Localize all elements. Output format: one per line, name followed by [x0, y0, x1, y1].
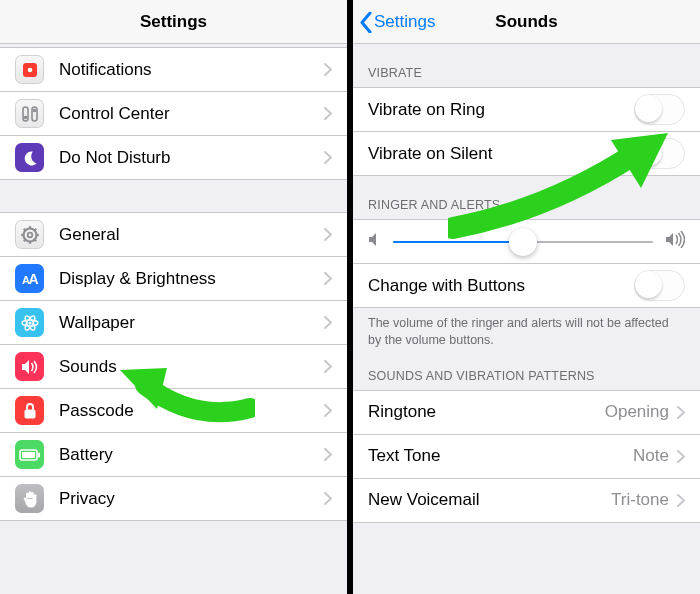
notifications-icon [15, 55, 44, 84]
slider-thumb[interactable] [509, 228, 537, 256]
toggle-vibrate-on-ring[interactable] [634, 94, 685, 125]
row-label: Notifications [59, 60, 324, 80]
row-value: Opening [605, 402, 669, 422]
row-new-voicemail[interactable]: New VoicemailTri-tone [353, 479, 700, 523]
svg-line-15 [34, 228, 36, 230]
AA-icon: AA [15, 264, 44, 293]
vibrate-group: Vibrate on RingVibrate on Silent [353, 87, 700, 176]
svg-line-11 [23, 239, 25, 241]
nav-back-button[interactable]: Settings [359, 0, 435, 44]
group-header-vibrate: Vibrate [353, 44, 700, 87]
chevron-right-icon [324, 151, 332, 164]
row-label: Vibrate on Ring [368, 100, 634, 120]
speaker-icon [15, 352, 44, 381]
chevron-right-icon [324, 107, 332, 120]
sounds-pane: Settings Sounds Vibrate Vibrate on RingV… [353, 0, 700, 594]
speaker-low-icon [368, 232, 381, 251]
settings-row-sounds[interactable]: Sounds [0, 345, 347, 389]
svg-point-5 [32, 108, 36, 112]
gear-icon [15, 220, 44, 249]
ringer-group: Change with Buttons [353, 219, 700, 308]
chevron-right-icon [324, 492, 332, 505]
row-label: Privacy [59, 489, 324, 509]
atom-icon [15, 308, 44, 337]
svg-rect-23 [38, 452, 40, 457]
chevron-right-icon [324, 316, 332, 329]
volume-slider[interactable] [393, 241, 653, 243]
chevron-right-icon [324, 448, 332, 461]
settings-group-1: NotificationsControl CenterDo Not Distur… [0, 47, 347, 180]
control-center-icon [15, 99, 44, 128]
chevron-right-icon [677, 406, 685, 419]
nav-title: Sounds [495, 12, 557, 32]
settings-row-privacy[interactable]: Privacy [0, 477, 347, 521]
group-header-patterns: Sounds and Vibration Patterns [353, 357, 700, 390]
row-label: Control Center [59, 104, 324, 124]
hand-icon [15, 484, 44, 513]
row-value: Note [633, 446, 669, 466]
settings-row-passcode[interactable]: Passcode [0, 389, 347, 433]
chevron-right-icon [324, 63, 332, 76]
settings-group-2: GeneralAADisplay & BrightnessWallpaperSo… [0, 212, 347, 521]
settings-row-notifications[interactable]: Notifications [0, 48, 347, 92]
svg-point-3 [23, 115, 27, 119]
chevron-right-icon [677, 450, 685, 463]
row-label: Sounds [59, 357, 324, 377]
svg-point-7 [27, 232, 32, 237]
moon-icon [15, 143, 44, 172]
chevron-right-icon [324, 404, 332, 417]
group-header-ringer: Ringer and Alerts [353, 176, 700, 219]
nav-back-label: Settings [374, 12, 435, 32]
row-vibrate-on-silent[interactable]: Vibrate on Silent [353, 132, 700, 176]
row-label: Do Not Disturb [59, 148, 324, 168]
svg-point-6 [23, 228, 36, 241]
row-label: Ringtone [368, 402, 605, 422]
row-label: New Voicemail [368, 490, 611, 510]
row-label: Battery [59, 445, 324, 465]
row-label: Vibrate on Silent [368, 144, 634, 164]
row-label: General [59, 225, 324, 245]
row-vibrate-on-ring[interactable]: Vibrate on Ring [353, 88, 700, 132]
nav-header: Settings Sounds [353, 0, 700, 44]
toggle-vibrate-on-silent[interactable] [634, 138, 685, 169]
svg-rect-20 [24, 409, 35, 418]
settings-row-wallpaper[interactable]: Wallpaper [0, 301, 347, 345]
settings-main-pane: Settings NotificationsControl CenterDo N… [0, 0, 347, 594]
chevron-right-icon [677, 494, 685, 507]
svg-point-19 [28, 321, 31, 324]
svg-line-13 [23, 228, 25, 230]
row-value: Tri-tone [611, 490, 669, 510]
speaker-high-icon [665, 231, 685, 252]
nav-title: Settings [140, 12, 207, 32]
change-with-buttons-toggle[interactable] [634, 270, 685, 301]
row-label: Wallpaper [59, 313, 324, 333]
nav-header: Settings [0, 0, 347, 44]
svg-point-1 [27, 67, 32, 72]
row-label: Change with Buttons [368, 276, 634, 296]
row-text-tone[interactable]: Text ToneNote [353, 435, 700, 479]
svg-line-9 [34, 239, 36, 241]
change-with-buttons-row[interactable]: Change with Buttons [353, 264, 700, 308]
battery-icon [15, 440, 44, 469]
chevron-right-icon [324, 228, 332, 241]
row-label: Text Tone [368, 446, 633, 466]
settings-row-control-center[interactable]: Control Center [0, 92, 347, 136]
patterns-group: RingtoneOpeningText ToneNoteNew Voicemai… [353, 390, 700, 523]
svg-rect-22 [22, 452, 35, 458]
row-label: Passcode [59, 401, 324, 421]
settings-row-do-not-disturb[interactable]: Do Not Disturb [0, 136, 347, 180]
settings-row-display-brightness[interactable]: AADisplay & Brightness [0, 257, 347, 301]
ringer-footer-note: The volume of the ringer and alerts will… [353, 308, 700, 357]
chevron-right-icon [324, 360, 332, 373]
row-ringtone[interactable]: RingtoneOpening [353, 391, 700, 435]
settings-row-general[interactable]: General [0, 213, 347, 257]
chevron-right-icon [324, 272, 332, 285]
row-label: Display & Brightness [59, 269, 324, 289]
chevron-left-icon [359, 12, 372, 33]
volume-slider-row [353, 220, 700, 264]
lock-icon [15, 396, 44, 425]
settings-row-battery[interactable]: Battery [0, 433, 347, 477]
